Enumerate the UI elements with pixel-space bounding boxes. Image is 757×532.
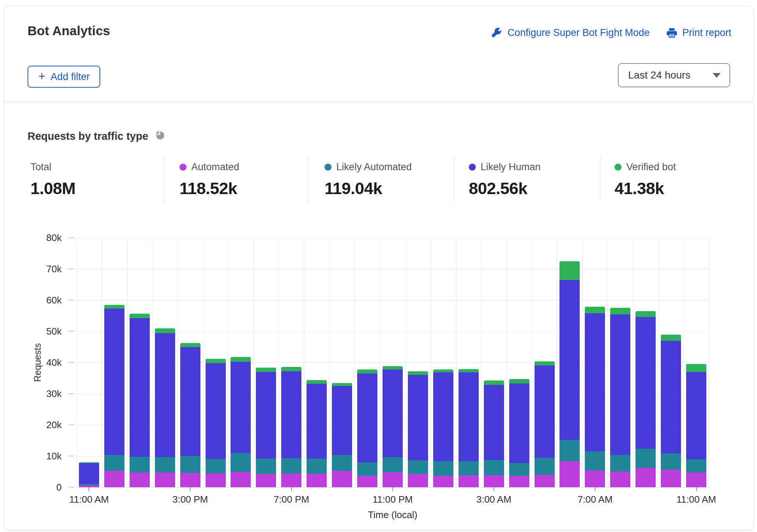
bar-segment-automated: [585, 470, 605, 487]
bar-segment-automated: [661, 470, 681, 487]
bar-segment-automated: [180, 473, 200, 487]
bar-segment-likely-automated: [585, 451, 605, 470]
x-tick-label: 3:00 PM: [146, 494, 234, 505]
stat-divider: [308, 157, 308, 203]
bar-group[interactable]: [661, 335, 681, 488]
bar-group[interactable]: [585, 307, 605, 487]
bar-segment-verified-bot: [585, 307, 605, 313]
pie-chart-icon: [154, 129, 166, 143]
print-report-link[interactable]: Print report: [666, 27, 731, 39]
bar-group[interactable]: [130, 314, 150, 487]
stat-label: Likely Automated: [336, 161, 412, 173]
bar-group[interactable]: [559, 261, 580, 487]
bar-group[interactable]: [484, 380, 504, 487]
x-tick: [392, 487, 393, 491]
page-title: Bot Analytics: [28, 23, 110, 38]
stat-block-likely-automated: Likely Automated119.04k: [325, 161, 412, 198]
bar-group[interactable]: [535, 361, 555, 487]
gridline-vertical: [481, 238, 482, 487]
time-range-select[interactable]: Last 24 hours: [618, 63, 730, 87]
bar-group[interactable]: [357, 369, 377, 487]
bar-segment-automated: [433, 476, 453, 487]
x-tick-label: 11:00 AM: [652, 494, 740, 505]
y-tick-dash: [69, 393, 74, 394]
bar-group[interactable]: [104, 305, 124, 487]
x-tick: [595, 487, 595, 491]
bar-group[interactable]: [686, 364, 706, 487]
bar-segment-verified-bot: [281, 367, 301, 371]
bar-group[interactable]: [383, 366, 403, 487]
requests-chart: 010k20k30k40k50k60k70k80k11:00 AM3:00 PM…: [76, 238, 709, 488]
x-tick-label: 7:00 AM: [551, 494, 639, 505]
bar-segment-likely-automated: [484, 460, 504, 475]
bar-group[interactable]: [635, 311, 656, 487]
bar-segment-automated: [130, 473, 150, 487]
bar-segment-likely-human: [661, 341, 681, 453]
stat-block-likely-human: Likely Human802.56k: [469, 161, 541, 198]
bar-segment-likely-automated: [155, 457, 175, 473]
bar-segment-automated: [332, 471, 352, 487]
bar-segment-likely-human: [535, 365, 555, 458]
stat-label: Automated: [191, 161, 239, 173]
stat-divider: [164, 157, 164, 203]
bar-group[interactable]: [281, 367, 301, 487]
add-filter-button[interactable]: + Add filter: [28, 66, 100, 88]
bar-segment-verified-bot: [408, 371, 428, 375]
bar-segment-likely-automated: [130, 457, 150, 473]
bar-segment-verified-bot: [357, 369, 377, 374]
bar-segment-likely-human: [433, 372, 453, 461]
stat-value: 118.52k: [180, 179, 239, 198]
bar-segment-likely-automated: [383, 457, 403, 472]
bar-segment-verified-bot: [130, 314, 150, 318]
gridline-vertical: [253, 238, 254, 487]
bar-group[interactable]: [155, 328, 175, 488]
stat-divider: [454, 157, 454, 203]
bar-segment-verified-bot: [231, 357, 251, 362]
y-tick-label: 30k: [21, 388, 62, 400]
bar-segment-verified-bot: [433, 369, 453, 372]
bar-segment-automated: [231, 472, 251, 487]
gridline-vertical: [127, 238, 127, 487]
gridline-vertical: [304, 238, 304, 487]
gridline-vertical: [532, 238, 532, 487]
bar-group[interactable]: [332, 383, 352, 487]
y-tick-dash: [69, 456, 74, 456]
bar-segment-likely-automated: [281, 458, 301, 473]
time-range-value: Last 24 hours: [628, 69, 713, 81]
gridline-vertical: [178, 238, 178, 487]
stat-label: Total: [30, 161, 51, 173]
bar-group[interactable]: [79, 462, 99, 487]
bar-segment-likely-automated: [180, 456, 200, 473]
bar-segment-likely-automated: [231, 453, 251, 472]
bar-segment-automated: [104, 471, 124, 487]
bar-segment-likely-human: [130, 318, 150, 456]
stat-label: Verified bot: [626, 161, 676, 173]
bar-group[interactable]: [256, 368, 276, 487]
y-tick-dash: [69, 331, 74, 332]
bar-group[interactable]: [408, 371, 428, 487]
bar-group[interactable]: [206, 359, 226, 487]
bar-segment-automated: [256, 474, 276, 487]
bar-segment-likely-human: [332, 386, 352, 455]
gridline-vertical: [431, 238, 431, 487]
bar-segment-likely-automated: [408, 460, 428, 474]
configure-super-bot-fight-mode-link[interactable]: Configure Super Bot Fight Mode: [492, 27, 649, 39]
bar-group[interactable]: [231, 357, 251, 487]
y-tick-label: 60k: [21, 295, 62, 306]
bar-segment-automated: [686, 473, 706, 487]
bar-group[interactable]: [307, 380, 327, 487]
bar-segment-likely-automated: [104, 455, 124, 471]
stat-block-verified-bot: Verified bot41.38k: [615, 161, 676, 198]
x-tick: [190, 487, 191, 491]
bar-group[interactable]: [180, 343, 200, 487]
x-tick: [696, 487, 697, 491]
bar-group[interactable]: [459, 369, 479, 487]
bar-group[interactable]: [610, 308, 630, 487]
bar-segment-automated: [206, 473, 226, 487]
bar-group[interactable]: [509, 379, 529, 487]
bar-segment-likely-human: [79, 463, 99, 484]
bar-segment-likely-human: [383, 369, 403, 458]
bar-segment-automated: [535, 475, 555, 487]
bar-group[interactable]: [433, 369, 453, 487]
printer-icon: [666, 28, 677, 39]
